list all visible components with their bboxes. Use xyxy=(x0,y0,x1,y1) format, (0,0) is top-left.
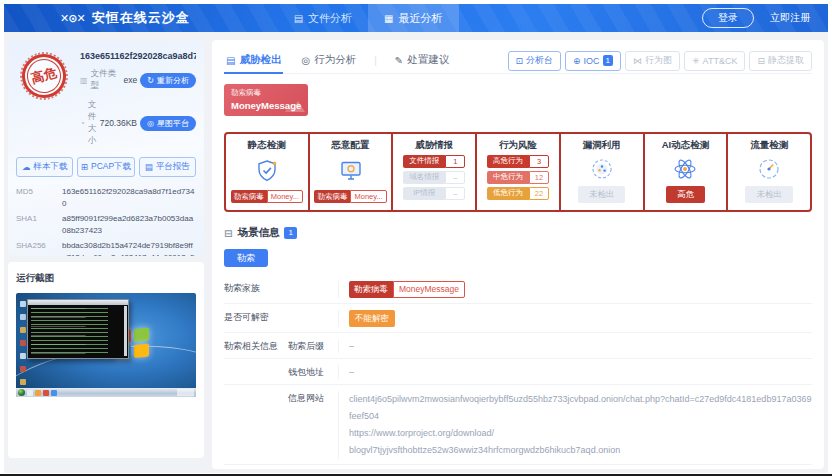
stat-value: 1 xyxy=(445,155,465,168)
run-screenshot-thumbnail[interactable] xyxy=(16,293,196,397)
file-size-label: 文件大小 xyxy=(88,99,97,147)
stat-high-risk: 高危行为 3 xyxy=(487,155,549,168)
row-sublabel: 钱包地址 xyxy=(288,365,338,379)
button-label: 行为图 xyxy=(645,54,672,67)
sample-download-button[interactable]: ☁样本下载 xyxy=(16,157,73,177)
nav-right: 登录 立即注册 xyxy=(702,8,810,28)
stat-value: 12 xyxy=(529,171,549,184)
terminal-window xyxy=(27,299,129,359)
status-high-risk: 高危 xyxy=(666,186,705,203)
tab-behavior-analysis[interactable]: ◎ 行为分析 xyxy=(299,48,358,74)
scene-count-badge: 1 xyxy=(284,227,296,239)
run-screenshot-card: 运行截图 xyxy=(8,262,204,458)
collapse-icon[interactable]: ⊟ xyxy=(224,228,232,239)
recent-analysis-icon: ▦ xyxy=(384,13,393,24)
top-navbar: ✕⊙✕ 安恒在线云沙盒 ▤ 文件分析 ▦ 最近分析 登录 立即注册 xyxy=(4,4,828,32)
file-size-value: 720.36KB xyxy=(100,118,137,128)
reanalyze-icon: ↻ xyxy=(147,76,154,85)
row-value: client4j6o5pilwvm2mwosianfwoqierbybff5uz… xyxy=(338,391,812,459)
terminal-titlebar xyxy=(28,300,128,305)
detection-title: AI动态检测 xyxy=(662,139,710,152)
taskbar-icon xyxy=(51,390,57,396)
onion-chat-url: client4j6o5pilwvm2mwosianfwoqierbybff5uz… xyxy=(349,391,812,425)
ransom-scene-tag[interactable]: 勒索 xyxy=(224,249,268,267)
reanalyze-button[interactable]: ↻重新分析 xyxy=(140,73,196,88)
detail-row-sha256: SHA256 bbdac308d2b15a4724de7919bf8e9ffa7… xyxy=(16,240,196,256)
taskbar-icon xyxy=(43,390,49,396)
cloud-download-icon: ☁ xyxy=(22,162,31,172)
traffic-gauge-icon xyxy=(756,152,782,186)
stat-label: IP情报 xyxy=(403,187,445,200)
detection-col-ai: AI动态检测 高危 xyxy=(645,134,729,210)
button-label: 分析台 xyxy=(526,54,553,67)
detection-col-behavior-risk: 行为风险 高危行为 3 中危行为 12 低危行为 22 xyxy=(477,134,561,210)
tor-download-url: https://www.torproject.org/download/ xyxy=(349,425,812,442)
nav-item-file-analysis[interactable]: ▤ 文件分析 xyxy=(278,4,368,32)
row-label: 勒索家族 xyxy=(224,281,288,295)
nav-item-label: 文件分析 xyxy=(308,11,352,26)
tab-threat-detection[interactable]: ▤ 威胁检出 xyxy=(224,48,283,74)
row-value: – xyxy=(338,365,812,379)
button-label: 静态提取 xyxy=(768,54,804,67)
file-name: 163e651162f292028ca9a8d7f1ed73... xyxy=(80,51,196,61)
detection-summary-panel: 静态检测 勒索病毒 Money... 恶意配置 勒索病毒 xyxy=(224,132,812,212)
file-type-value: exe xyxy=(124,75,138,85)
stat-value: 3 xyxy=(529,155,549,168)
detection-col-malicious-config: 恶意配置 勒索病毒 Money... xyxy=(310,134,394,210)
row-value: – xyxy=(338,339,812,353)
row-label: 勒索相关信息 xyxy=(224,339,288,353)
detection-col-traffic: 流量检测 未检出 xyxy=(728,134,810,210)
pcap-download-button[interactable]: ⊞PCAP下载 xyxy=(77,157,134,177)
taskbar-icon xyxy=(27,390,33,396)
attack-button[interactable]: ✳ATT&CK xyxy=(684,51,745,71)
not-decryptable-tag: 不能解密 xyxy=(349,310,395,327)
detail-label: SHA1 xyxy=(16,213,62,237)
ioc-button[interactable]: ⊕IOC1 xyxy=(565,51,621,71)
starmap-label: 星图平台 xyxy=(157,118,189,129)
row-note-filename: 勒索信文件名 money_message.log xyxy=(224,465,812,469)
detection-title: 流量检测 xyxy=(750,139,788,152)
detection-title: 静态检测 xyxy=(248,139,286,152)
nav-items: ▤ 文件分析 ▦ 最近分析 xyxy=(278,4,459,32)
detection-title: 行为风险 xyxy=(499,139,537,152)
behavior-graph-button[interactable]: ⋈行为图 xyxy=(625,51,680,71)
tab-disposal-advice[interactable]: ✎ 处置建议 xyxy=(393,48,451,74)
report-toolbar: ⊡分析台 ⊕IOC1 ⋈行为图 ✳ATT&CK ⊟静态提取 xyxy=(508,51,813,71)
scene-info-table: 勒索家族 勒索病毒MoneyMessage 是否可解密 不能解密 勒索相关信息 … xyxy=(224,275,812,469)
starmap-button[interactable]: ◎星图平台 xyxy=(140,116,196,131)
button-label: IOC xyxy=(584,56,600,66)
stat-label: 高危行为 xyxy=(487,155,529,168)
nav-item-recent-analysis[interactable]: ▦ 最近分析 xyxy=(368,4,458,32)
starmap-icon: ◎ xyxy=(147,119,154,128)
ioc-count-badge: 1 xyxy=(603,55,613,66)
stat-value: 22 xyxy=(529,187,549,200)
login-button[interactable]: 登录 xyxy=(702,8,754,28)
status-not-detected: 未检出 xyxy=(745,186,793,203)
row-ransom-suffix: 勒索相关信息 勒索后缀 – xyxy=(224,333,812,359)
tab-divider: | xyxy=(374,55,377,66)
static-extract-button[interactable]: ⊟静态提取 xyxy=(749,51,812,71)
family-type-tag: 勒索病毒 xyxy=(349,281,393,298)
console-icon: ⊡ xyxy=(516,56,524,66)
platform-report-button[interactable]: ▤平台报告 xyxy=(139,157,196,177)
report-icon: ▤ xyxy=(145,162,153,172)
terminal-text xyxy=(31,308,119,355)
behavior-graph-icon: ⋈ xyxy=(633,56,642,66)
analysis-console-button[interactable]: ⊡分析台 xyxy=(508,51,562,71)
file-head: 高危 163e651162f292028ca9a8d7f1ed73... ▥ 文… xyxy=(16,48,196,147)
file-type-icon: ▥ xyxy=(80,76,88,85)
tag-ransomware: 勒索病毒 xyxy=(314,190,350,203)
stat-low-risk: 低危行为 22 xyxy=(487,187,549,200)
tag-family: Money... xyxy=(267,190,303,203)
ransomware-banner[interactable]: 勒索病毒 MoneyMessage xyxy=(224,84,308,116)
banner-family: MoneyMessage xyxy=(231,100,301,111)
file-actions: ☁样本下载 ⊞PCAP下载 ▤平台报告 xyxy=(16,157,196,177)
row-sublabel: 信息网站 xyxy=(288,391,338,405)
file-size-icon: ◔ xyxy=(80,119,85,128)
file-type-label: 文件类型 xyxy=(91,68,121,92)
detection-tags: 勒索病毒 Money... xyxy=(314,190,386,203)
main-panel: ▤ 威胁检出 ◎ 行为分析 | ✎ 处置建议 ⊡分析台 ⊕IOC1 ⋈行为图 ✳… xyxy=(212,40,824,469)
row-value: 勒索病毒MoneyMessage xyxy=(338,281,812,298)
detail-label: SHA256 xyxy=(16,240,62,256)
register-link[interactable]: 立即注册 xyxy=(770,11,810,25)
